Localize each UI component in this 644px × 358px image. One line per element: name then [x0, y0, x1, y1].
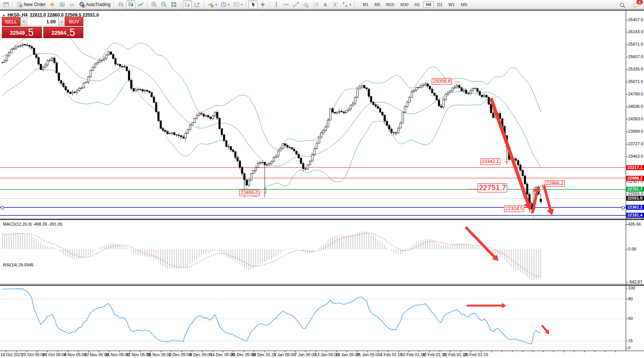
sell-price-main: 22549 [10, 28, 25, 38]
line-chart-mode-button[interactable] [136, 0, 145, 9]
alerts-button[interactable] [48, 0, 57, 9]
toolbar-separator [180, 1, 181, 8]
toolbar-separator [12, 1, 13, 8]
crosshair-button[interactable] [258, 0, 267, 9]
timeframe-toolbar: M1M5M15M30H1H4D1W1MN [360, 1, 470, 8]
autotrading-button[interactable]: AutoTrading [77, 0, 112, 9]
time-axis-label: 2 Dec 05:00 [169, 352, 191, 357]
object-selection-handle[interactable] [1, 206, 4, 209]
signals-button[interactable] [67, 0, 77, 9]
periods-icon [221, 2, 227, 8]
dropdown-arrow-icon[interactable]: ▾ [350, 3, 351, 6]
price-annotation-label[interactable]: 22324.5 [504, 206, 524, 212]
crosshair-icon [260, 2, 266, 8]
indicators-button[interactable]: ▾ [206, 0, 218, 9]
fibonacci-retracement-button[interactable]: F [311, 0, 320, 9]
zoom-out-button[interactable] [159, 0, 169, 9]
periods-button[interactable]: ▾ [219, 0, 231, 9]
rsi-axis-tick-label: 100 [628, 286, 635, 290]
vertical-line-button[interactable] [272, 0, 281, 9]
indicators-icon [208, 2, 214, 8]
templates-button[interactable]: ▾ [232, 0, 244, 9]
svg-text:A: A [324, 2, 327, 8]
tile-windows-button[interactable] [169, 0, 178, 9]
cursor-icon [250, 2, 256, 8]
text-button[interactable]: A [321, 0, 330, 9]
candlestick-chart-mode-button[interactable] [126, 0, 135, 9]
macd-axis-tick-label: -542.87 [628, 280, 642, 284]
rsi-axis-tick-label: 15 [628, 338, 633, 343]
timeframe-m15-button[interactable]: M15 [384, 1, 397, 8]
buy-price-fraction: .5 [67, 28, 75, 38]
price-annotation-label[interactable]: 22655.0 [239, 190, 259, 196]
time-axis-label: 28 Dec 01:15 [251, 352, 276, 357]
text-icon: A [322, 2, 328, 8]
notifications-button[interactable]: 1 [632, 1, 641, 9]
timeframe-m30-button[interactable]: M30 [398, 1, 411, 8]
chart-shift-button[interactable] [193, 0, 202, 9]
price-annotation-label[interactable]: 25058.8 [432, 78, 452, 85]
equidistant-channel-icon: E [303, 2, 309, 8]
price-axis-tick-label: 25607.0 [628, 54, 643, 59]
alerts-icon [49, 2, 55, 8]
new-order-icon [17, 2, 23, 8]
bar-chart-mode-button[interactable] [117, 0, 126, 9]
chart-window-button[interactable] [2, 0, 11, 9]
arrows-button[interactable]: ▾ [340, 0, 353, 9]
cursor-button[interactable] [248, 0, 258, 9]
timeframe-m1-button[interactable]: M1 [360, 1, 371, 8]
svg-text:T: T [334, 3, 336, 7]
trendline-button[interactable] [291, 0, 301, 9]
zoom-in-button[interactable] [150, 0, 159, 9]
text-label-button[interactable]: T [331, 0, 340, 9]
search-icon [619, 2, 626, 8]
chart-window-icon [3, 2, 9, 8]
price-annotation-label[interactable]: 22751.7 [478, 183, 507, 192]
dropdown-arrow-icon[interactable]: ▾ [215, 3, 217, 6]
volume-increase-button[interactable]: ▴ [58, 17, 65, 26]
time-axis-label: 4 Nov 05:00 [64, 352, 86, 357]
new-order-button[interactable]: New Order [15, 0, 47, 9]
buy-price-display[interactable]: 22564.5 [43, 27, 83, 38]
trade-panel-collapse-icon[interactable]: ▲ [2, 14, 5, 17]
price-level-label: 22988.2 [626, 176, 644, 181]
sell-button[interactable]: SELL [2, 17, 20, 26]
toolbar-separator [354, 1, 355, 8]
sell-price-display[interactable]: 22549.5 [2, 27, 42, 38]
horizontal-line-button[interactable] [282, 0, 291, 9]
price-annotation-label[interactable]: 23342.1 [480, 158, 500, 165]
timeframe-mn-button[interactable]: MN [458, 1, 470, 8]
equidistant-channel-button[interactable]: E [301, 0, 310, 9]
price-level-label: 22181.4 [626, 213, 644, 218]
mt4-terminal-window: New OrderAutoTrading▾▾▾EFAT▾ M1M5M15M30H… [0, 0, 644, 358]
dropdown-arrow-icon[interactable]: ▾ [228, 3, 230, 6]
buy-button[interactable]: BUY [65, 17, 83, 26]
volume-decrease-button[interactable]: ▾ [20, 17, 27, 26]
main-toolbar: New OrderAutoTrading▾▾▾EFAT▾ M1M5M15M30H… [0, 0, 644, 9]
timeframe-h4-button[interactable]: H4 [423, 1, 434, 8]
volume-input[interactable]: 1.00 [27, 17, 58, 26]
time-axis-label: 29 Oct 05:00 [43, 352, 66, 357]
timeframe-h1-button[interactable]: H1 [412, 1, 422, 8]
chart-window: ▲ HK50-,H4 22611.0 22860.0 22509.5 22551… [0, 10, 644, 358]
dropdown-arrow-icon[interactable]: ▾ [241, 3, 242, 6]
time-axis-label: 7 Jan 05:00 [294, 352, 316, 357]
time-axis-label: 26 Nov 05:00 [147, 352, 171, 357]
price-level-label: 22362.2 [626, 205, 644, 210]
search-button[interactable] [618, 1, 627, 9]
timeframe-w1-button[interactable]: W1 [446, 1, 458, 8]
macd-indicator-label: MACD(12,26,9) -498.39 -391.05 [3, 222, 62, 226]
object-selection-handle[interactable] [622, 206, 624, 209]
expert-advisors-button[interactable] [58, 0, 67, 9]
buy-price-main: 22564 [52, 28, 66, 38]
vertical-line-icon [273, 2, 279, 8]
timeframe-m5-button[interactable]: M5 [372, 1, 383, 8]
time-axis-label: 25 Jan 05:00 [356, 352, 380, 357]
price-axis-tick-label: 25071.0 [628, 79, 643, 84]
price-annotation-label[interactable]: 22866.2 [545, 180, 565, 187]
volume-stepper: ▾ 1.00 ▴ [20, 17, 65, 26]
timeframe-d1-button[interactable]: D1 [435, 1, 445, 8]
auto-scroll-button[interactable] [183, 0, 192, 9]
fibonacci-retracement-icon: F [313, 2, 319, 8]
price-axis-tick-label: 26143.0 [628, 29, 643, 34]
